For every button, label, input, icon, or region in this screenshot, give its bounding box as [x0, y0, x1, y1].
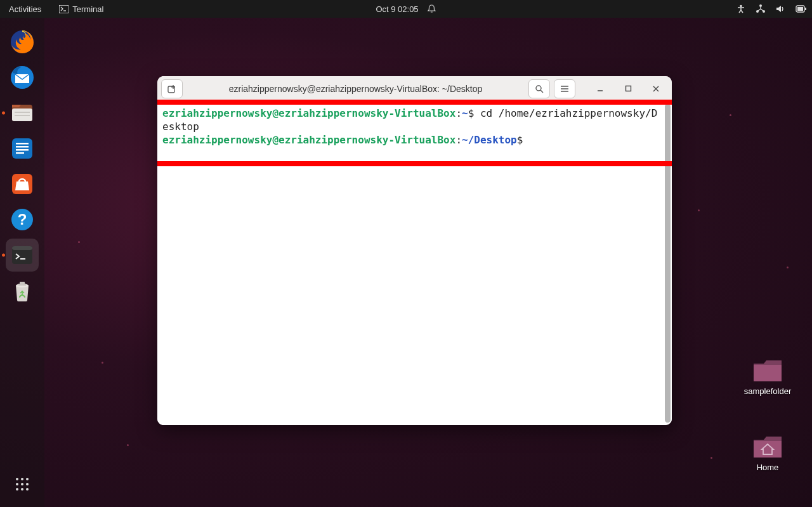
svg-rect-16 — [12, 138, 32, 159]
svg-point-36 — [26, 483, 29, 485]
svg-rect-17 — [16, 143, 29, 145]
prompt-sign: $ — [517, 134, 523, 146]
desktop-icon-label: Home — [742, 463, 793, 472]
prompt-userhost: ezriahzippernowsky@ezriahzippernowsky-Vi… — [162, 134, 455, 146]
desktop-icon-label: samplefolder — [742, 386, 793, 396]
svg-point-37 — [16, 488, 18, 491]
volume-icon[interactable] — [776, 4, 785, 13]
prompt-sep: : — [455, 134, 462, 146]
notification-icon[interactable] — [428, 4, 436, 13]
maximize-button[interactable] — [616, 79, 640, 98]
desktop-folder-home[interactable]: Home — [742, 435, 793, 472]
terminal-icon — [59, 5, 69, 13]
hamburger-menu-button[interactable] — [554, 79, 575, 98]
prompt-path: ~/Desktop — [462, 134, 517, 146]
active-app-label: Terminal — [72, 4, 103, 14]
svg-point-30 — [24, 296, 25, 298]
prompt-sign: $ — [468, 107, 475, 119]
prompt-path: ~ — [462, 107, 468, 119]
terminal-window: ezriahzippernowsky@ezriahzippernowsky-Vi… — [157, 76, 672, 425]
svg-point-3 — [740, 5, 742, 8]
network-icon[interactable] — [756, 4, 766, 13]
svg-point-39 — [26, 488, 29, 491]
dock-writer[interactable] — [6, 132, 39, 165]
dock-software[interactable] — [6, 168, 39, 201]
active-app-indicator[interactable]: Terminal — [50, 0, 112, 18]
activities-label: Activities — [9, 4, 41, 14]
svg-rect-14 — [15, 112, 30, 113]
running-indicator-dot — [2, 112, 5, 115]
dock-help[interactable]: ? — [6, 203, 39, 236]
window-titlebar[interactable]: ezriahzippernowsky@ezriahzippernowsky-Vi… — [157, 76, 672, 102]
svg-point-38 — [21, 488, 23, 491]
svg-rect-25 — [12, 246, 32, 250]
window-title: ezriahzippernowsky@ezriahzippernowsky-Vi… — [187, 84, 525, 94]
svg-rect-9 — [805, 8, 806, 10]
svg-point-32 — [21, 478, 23, 480]
svg-point-34 — [16, 483, 18, 485]
prompt-sep: : — [455, 107, 462, 119]
show-applications-button[interactable] — [6, 468, 39, 501]
search-button[interactable] — [528, 79, 550, 98]
dock-thunderbird[interactable] — [6, 61, 39, 94]
terminal-scrollbar[interactable] — [665, 104, 671, 423]
dock: ? — [0, 18, 44, 507]
running-indicator-dot — [2, 254, 5, 257]
battery-icon[interactable] — [796, 5, 807, 13]
close-button[interactable] — [644, 79, 668, 98]
folder-icon — [752, 359, 783, 384]
svg-text:?: ? — [18, 211, 27, 228]
clock[interactable]: Oct 9 02:05 — [376, 4, 418, 14]
svg-rect-40 — [754, 365, 782, 381]
minimize-button[interactable] — [588, 79, 612, 98]
activities-button[interactable]: Activities — [0, 0, 50, 18]
svg-point-4 — [759, 4, 762, 7]
prompt-userhost: ezriahzippernowsky@ezriahzippernowsky-Vi… — [162, 107, 455, 119]
top-bar: Activities Terminal Oct 9 02:05 — [0, 0, 812, 18]
svg-point-29 — [19, 296, 20, 298]
svg-rect-18 — [16, 146, 29, 148]
svg-rect-51 — [625, 86, 631, 91]
scrollbar-thumb[interactable] — [665, 104, 671, 423]
new-tab-button[interactable] — [161, 79, 183, 98]
terminal-body[interactable]: ezriahzippernowsky@ezriahzippernowsky-Vi… — [157, 102, 672, 425]
svg-point-33 — [26, 478, 29, 480]
svg-line-46 — [540, 90, 543, 93]
dock-terminal[interactable] — [6, 239, 39, 272]
svg-rect-0 — [59, 5, 69, 13]
home-folder-icon — [752, 435, 783, 460]
accessibility-icon[interactable] — [737, 4, 745, 13]
svg-rect-8 — [797, 7, 803, 11]
dock-trash[interactable] — [6, 274, 39, 307]
command-text — [523, 134, 529, 146]
svg-point-35 — [21, 483, 23, 485]
svg-rect-20 — [16, 152, 24, 154]
svg-rect-19 — [16, 149, 29, 151]
dock-files[interactable] — [6, 96, 39, 129]
svg-point-31 — [16, 478, 18, 480]
dock-firefox[interactable] — [6, 25, 39, 58]
svg-point-45 — [536, 86, 541, 91]
terminal-content[interactable]: ezriahzippernowsky@ezriahzippernowsky-Vi… — [160, 104, 663, 423]
svg-rect-15 — [15, 115, 30, 116]
desktop-folder-samplefolder[interactable]: samplefolder — [742, 359, 793, 396]
